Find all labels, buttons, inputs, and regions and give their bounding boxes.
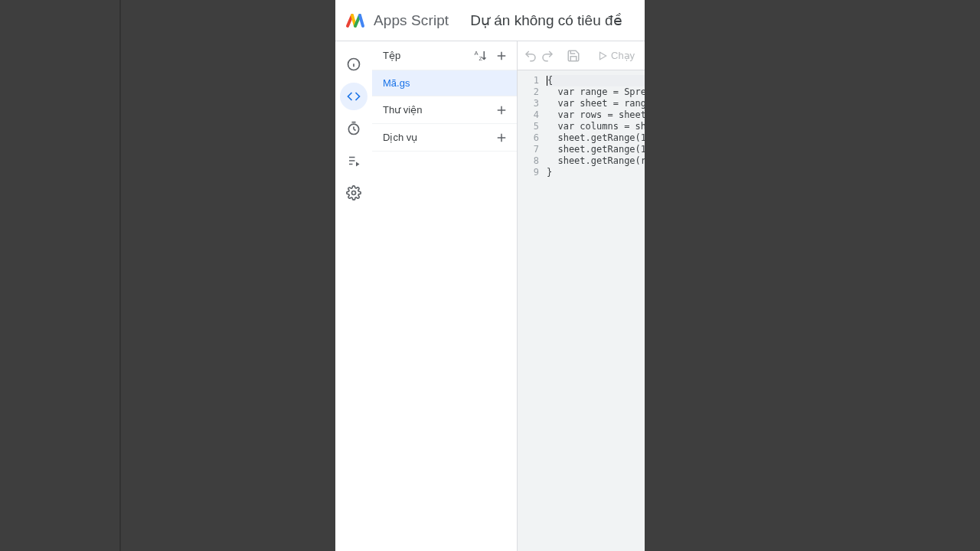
line-gutter: 123456789 [518,70,545,551]
files-section-header: Tệp AZ [372,41,517,70]
redo-icon[interactable] [541,45,554,67]
editor-area: Chạy 123456789 { var range = Spre var sh… [518,41,645,551]
apps-script-logo [345,11,366,30]
svg-point-11 [352,191,356,195]
file-item-ma-gs[interactable]: Mã.gs [372,70,517,96]
svg-marker-21 [600,52,606,59]
svg-line-5 [354,129,356,131]
files-section-label: Tệp [383,50,400,61]
project-title[interactable]: Dự án không có tiêu đề [470,11,622,29]
libraries-section-header: Thư viện [372,96,517,124]
triggers-icon[interactable] [340,115,368,142]
run-button[interactable]: Chạy [593,45,639,67]
file-panel: Tệp AZ Mã.gs Thư viện [372,41,518,551]
page-background-left [0,0,121,551]
services-section-header: Dịch vụ [372,124,517,152]
svg-marker-10 [356,162,360,167]
editor-toolbar: Chạy [518,41,645,70]
page-background-left-inner [121,0,335,551]
code-editor[interactable]: 123456789 { var range = Spre var sheet =… [518,70,645,551]
add-service-icon[interactable] [494,130,509,145]
editor-icon[interactable] [340,83,368,110]
product-name: Apps Script [374,12,449,29]
save-icon[interactable] [567,45,580,67]
executions-icon[interactable] [340,147,368,174]
add-file-icon[interactable] [494,48,509,64]
nav-rail [335,41,372,551]
add-library-icon[interactable] [494,103,509,118]
app-header: Apps Script Dự án không có tiêu đề [335,0,645,41]
app-body: Tệp AZ Mã.gs Thư viện [335,41,645,551]
code-content[interactable]: { var range = Spre var sheet = rang var … [545,70,645,551]
svg-text:Z: Z [479,55,483,62]
services-section-label: Dịch vụ [383,132,417,143]
overview-icon[interactable] [340,51,368,78]
libraries-section-label: Thư viện [383,104,422,116]
undo-icon[interactable] [524,45,537,67]
settings-icon[interactable] [340,179,368,207]
svg-text:A: A [475,49,479,56]
apps-script-window: Apps Script Dự án không có tiêu đề Tệp [335,0,645,551]
page-background-right [645,0,980,551]
sort-icon[interactable]: AZ [472,48,488,64]
run-button-label: Chạy [611,50,635,61]
file-item-label: Mã.gs [383,77,410,89]
